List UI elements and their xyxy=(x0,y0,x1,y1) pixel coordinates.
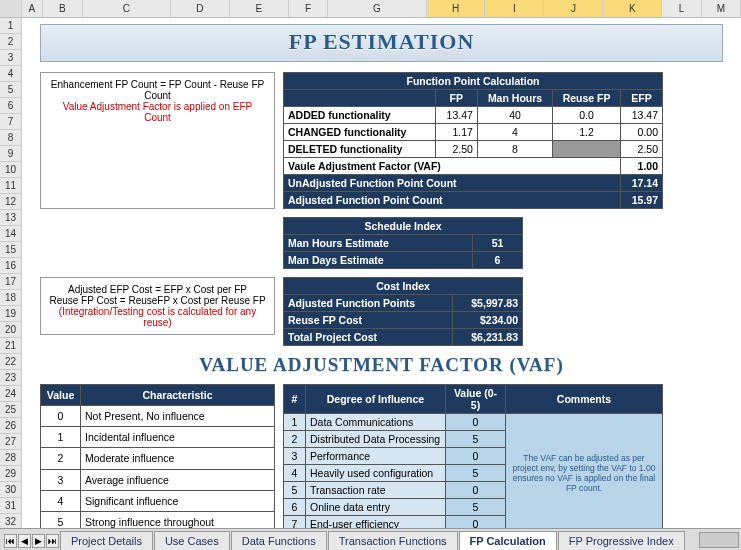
vaf-value-cell[interactable]: 0 xyxy=(446,516,506,529)
row-header-12[interactable]: 12 xyxy=(0,194,22,210)
col-header-I[interactable]: I xyxy=(485,0,544,17)
row-header-23[interactable]: 23 xyxy=(0,370,22,386)
row-header-16[interactable]: 16 xyxy=(0,258,22,274)
col-header-K[interactable]: K xyxy=(603,0,662,17)
vaf-value-cell[interactable]: 0 xyxy=(446,482,506,499)
row-header-13[interactable]: 13 xyxy=(0,210,22,226)
horizontal-scrollbar[interactable] xyxy=(699,532,739,548)
row-header-17[interactable]: 17 xyxy=(0,274,22,290)
vaf-degree: Online data entry xyxy=(306,499,446,516)
vaf-value-cell[interactable]: 5 xyxy=(446,499,506,516)
row-header-2[interactable]: 2 xyxy=(0,34,22,50)
vaf-legend-val: 3 xyxy=(41,469,81,490)
col-header-J[interactable]: J xyxy=(544,0,603,17)
tab-nav-next-icon[interactable]: ▶ xyxy=(32,534,45,548)
vaf-legend-val: 0 xyxy=(41,406,81,427)
col-header-G[interactable]: G xyxy=(328,0,426,17)
fpc-mh[interactable]: 4 xyxy=(477,124,552,141)
fpc-table[interactable]: Function Point Calculation FPMan HoursRe… xyxy=(283,72,663,209)
col-header-A[interactable]: A xyxy=(22,0,44,17)
fpc-row-label: DELETED functionality xyxy=(284,141,436,158)
tab-nav-last-icon[interactable]: ⏭ xyxy=(46,534,59,548)
sheet-tab[interactable]: FP Calculation xyxy=(459,531,557,550)
select-all-corner[interactable] xyxy=(0,0,22,17)
unadj-label: UnAdjusted Function Point Count xyxy=(284,175,621,192)
schedule-table[interactable]: Schedule Index Man Hours Estimate51Man D… xyxy=(283,217,523,269)
row-header-24[interactable]: 24 xyxy=(0,386,22,402)
sheet-tab[interactable]: Project Details xyxy=(60,531,153,550)
row-header-4[interactable]: 4 xyxy=(0,66,22,82)
vaf-legend-val: 2 xyxy=(41,448,81,469)
vaf-value-cell[interactable]: 0 xyxy=(446,414,506,431)
vaf-legend-char: Average influence xyxy=(81,469,275,490)
row-header-30[interactable]: 30 xyxy=(0,482,22,498)
vaf-value-cell[interactable]: 5 xyxy=(446,431,506,448)
fpc-efp[interactable]: 0.00 xyxy=(620,124,662,141)
fpc-fp[interactable]: 2.50 xyxy=(435,141,477,158)
vaf-value[interactable]: 1.00 xyxy=(620,158,662,175)
row-header-29[interactable]: 29 xyxy=(0,466,22,482)
vaf-legend-char: Strong influence throughout xyxy=(81,511,275,528)
col-header-E[interactable]: E xyxy=(230,0,289,17)
vaf-row-num: 1 xyxy=(284,414,306,431)
row-header-28[interactable]: 28 xyxy=(0,450,22,466)
fpc-reuse[interactable] xyxy=(553,141,621,158)
cost-label: Total Project Cost xyxy=(284,329,453,346)
row-header-9[interactable]: 9 xyxy=(0,146,22,162)
row-header-1[interactable]: 1 xyxy=(0,18,22,34)
vaf-h-comm: Comments xyxy=(506,385,663,414)
col-header-C[interactable]: C xyxy=(83,0,171,17)
row-header-27[interactable]: 27 xyxy=(0,434,22,450)
fpc-efp[interactable]: 13.47 xyxy=(620,107,662,124)
vaf-value-cell[interactable]: 0 xyxy=(446,448,506,465)
vaf-row-num: 3 xyxy=(284,448,306,465)
row-header-25[interactable]: 25 xyxy=(0,402,22,418)
fpc-col-header: EFP xyxy=(620,90,662,107)
fpc-col-header xyxy=(284,90,436,107)
fpc-efp[interactable]: 2.50 xyxy=(620,141,662,158)
col-header-F[interactable]: F xyxy=(289,0,328,17)
sheet-tab[interactable]: Data Functions xyxy=(231,531,327,550)
fpc-mh[interactable]: 40 xyxy=(477,107,552,124)
row-header-18[interactable]: 18 xyxy=(0,290,22,306)
worksheet-area[interactable]: FP ESTIMATION Enhancement FP Count = FP … xyxy=(22,18,741,528)
sheet-tab[interactable]: Transaction Functions xyxy=(328,531,458,550)
row-header-7[interactable]: 7 xyxy=(0,114,22,130)
note-text: Reuse FP Cost = ReuseFP x Cost per Reuse… xyxy=(49,295,266,306)
row-header-8[interactable]: 8 xyxy=(0,130,22,146)
sheet-tab-bar: ⏮ ◀ ▶ ⏭ Project DetailsUse CasesData Fun… xyxy=(0,528,741,550)
fpc-fp[interactable]: 13.47 xyxy=(435,107,477,124)
tab-nav-prev-icon[interactable]: ◀ xyxy=(18,534,31,548)
row-header-10[interactable]: 10 xyxy=(0,162,22,178)
sheet-tab[interactable]: FP Progressive Index xyxy=(558,531,685,550)
row-header-6[interactable]: 6 xyxy=(0,98,22,114)
vaf-legend-table[interactable]: ValueCharacteristic 0Not Present, No inf… xyxy=(40,384,275,528)
row-header-3[interactable]: 3 xyxy=(0,50,22,66)
row-header-5[interactable]: 5 xyxy=(0,82,22,98)
sheet-tab[interactable]: Use Cases xyxy=(154,531,230,550)
row-header-14[interactable]: 14 xyxy=(0,226,22,242)
cost-table[interactable]: Cost Index Adjusted Function Points$5,99… xyxy=(283,277,523,346)
row-header-26[interactable]: 26 xyxy=(0,418,22,434)
row-header-15[interactable]: 15 xyxy=(0,242,22,258)
fpc-reuse[interactable]: 1.2 xyxy=(553,124,621,141)
col-header-D[interactable]: D xyxy=(171,0,230,17)
col-header-M[interactable]: M xyxy=(702,0,741,17)
fpc-reuse[interactable]: 0.0 xyxy=(553,107,621,124)
col-header-H[interactable]: H xyxy=(427,0,486,17)
tab-nav-first-icon[interactable]: ⏮ xyxy=(4,534,17,548)
vaf-influence-table[interactable]: # Degree of Influence Value (0-5) Commen… xyxy=(283,384,663,528)
vaf-value-cell[interactable]: 5 xyxy=(446,465,506,482)
fpc-fp[interactable]: 1.17 xyxy=(435,124,477,141)
col-header-B[interactable]: B xyxy=(43,0,82,17)
row-header-31[interactable]: 31 xyxy=(0,498,22,514)
cost-val: $234.00 xyxy=(453,312,523,329)
fpc-header: Function Point Calculation xyxy=(284,73,663,90)
col-header-L[interactable]: L xyxy=(662,0,701,17)
row-header-11[interactable]: 11 xyxy=(0,178,22,194)
row-header-22[interactable]: 22 xyxy=(0,354,22,370)
row-header-19[interactable]: 19 xyxy=(0,306,22,322)
row-header-20[interactable]: 20 xyxy=(0,322,22,338)
fpc-mh[interactable]: 8 xyxy=(477,141,552,158)
row-header-21[interactable]: 21 xyxy=(0,338,22,354)
